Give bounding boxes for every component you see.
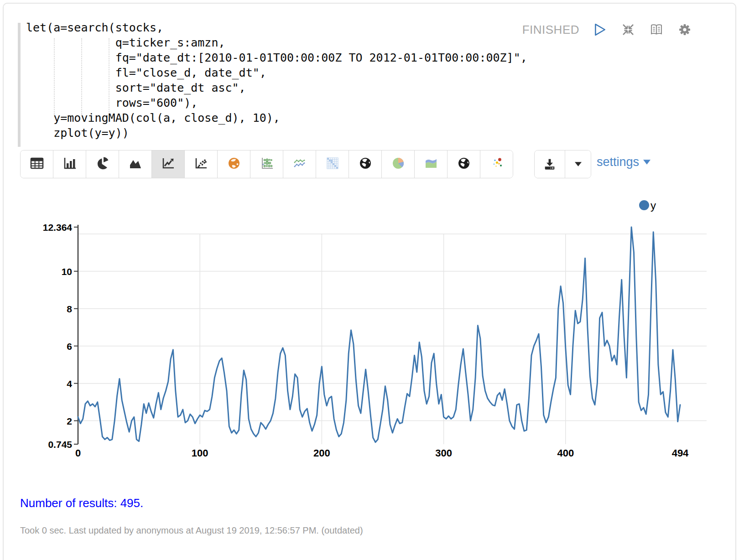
viz-type-globe-dark-2-button[interactable] bbox=[448, 150, 480, 178]
play-icon[interactable] bbox=[592, 22, 608, 37]
bar-chart-icon bbox=[62, 156, 78, 172]
download-button-group bbox=[534, 150, 591, 178]
series-line-y bbox=[78, 227, 680, 442]
legend-swatch bbox=[639, 200, 649, 210]
paragraph-container: let(a=search(stocks, q=ticker_s:amzn, fq… bbox=[3, 3, 736, 560]
code-line: y=movingMAD(col(a, close_d), 10), bbox=[26, 110, 527, 125]
code-editor[interactable]: let(a=search(stocks, q=ticker_s:amzn, fq… bbox=[4, 20, 560, 148]
scatter-color-icon bbox=[489, 156, 505, 172]
line-chart-icon bbox=[161, 156, 176, 172]
globe-dark-2-icon bbox=[456, 156, 472, 172]
settings-caret-icon bbox=[643, 160, 651, 165]
x-tick-label: 200 bbox=[313, 447, 330, 459]
book-icon[interactable] bbox=[649, 22, 664, 37]
results-summary: Number of results: 495. bbox=[20, 496, 143, 510]
code-line: fq="date_dt:[2010-01-01T00:00:00Z TO 201… bbox=[26, 50, 527, 65]
viz-type-bubble-matrix-button[interactable] bbox=[250, 150, 283, 178]
viz-type-pie-chart-button[interactable] bbox=[86, 150, 119, 178]
table-icon bbox=[29, 156, 45, 172]
line-chart-canvas: 12.3641086420.7450100200300400494y bbox=[4, 200, 739, 469]
x-tick-label: 400 bbox=[557, 447, 574, 459]
legend-label: y bbox=[651, 200, 656, 212]
viz-type-area-pastel-button[interactable] bbox=[415, 150, 448, 178]
viz-type-multi-line-button[interactable] bbox=[283, 150, 316, 178]
code-line: q=ticker_s:amzn, bbox=[26, 35, 527, 50]
code-line: let(a=search(stocks, bbox=[26, 20, 527, 35]
settings-toggle[interactable]: settings bbox=[597, 155, 651, 169]
viz-type-globe-dark-button[interactable] bbox=[349, 150, 382, 178]
paragraph-status-line: Took 0 sec. Last updated by anonymous at… bbox=[20, 525, 363, 536]
code-line: rows="600"), bbox=[26, 95, 527, 110]
y-tick-label: 12.364 bbox=[43, 222, 73, 233]
viz-type-heatmap-grid-button[interactable] bbox=[316, 150, 349, 178]
multi-line-icon bbox=[292, 156, 307, 172]
code-line: sort="date_dt asc", bbox=[26, 80, 527, 95]
x-tick-label: 100 bbox=[192, 447, 208, 459]
settings-label: settings bbox=[597, 155, 639, 169]
chart-type-button-group bbox=[20, 150, 513, 178]
area-pastel-icon bbox=[423, 156, 439, 172]
viz-type-globe-orange-button[interactable] bbox=[218, 150, 250, 178]
chart-area: 12.3641086420.7450100200300400494y bbox=[4, 200, 739, 469]
editor-gutter bbox=[18, 23, 21, 147]
code-line: fl="close_d, date_dt", bbox=[26, 65, 527, 80]
code-text: let(a=search(stocks, q=ticker_s:amzn, fq… bbox=[26, 20, 527, 140]
scatter-chart-icon bbox=[193, 156, 209, 172]
bubble-matrix-icon bbox=[259, 156, 275, 172]
status-badge: FINISHED bbox=[522, 23, 579, 37]
viz-toolbar: settings bbox=[20, 150, 513, 178]
x-tick-label: 300 bbox=[435, 447, 452, 459]
y-tick-label: 6 bbox=[67, 341, 72, 352]
y-tick-label: 8 bbox=[67, 304, 72, 314]
compress-icon[interactable] bbox=[620, 22, 636, 37]
viz-type-table-button[interactable] bbox=[21, 150, 53, 178]
pie-chart-icon bbox=[95, 156, 110, 172]
globe-dark-icon bbox=[358, 156, 373, 172]
download-icon[interactable] bbox=[535, 150, 565, 178]
viz-type-line-chart-button[interactable] bbox=[152, 150, 185, 178]
viz-type-scatter-chart-button[interactable] bbox=[185, 150, 218, 178]
x-tick-label: 0 bbox=[75, 447, 81, 459]
viz-type-pie-pastel-button[interactable] bbox=[382, 150, 415, 178]
viz-type-area-chart-button[interactable] bbox=[119, 150, 152, 178]
area-chart-icon bbox=[128, 156, 143, 172]
heatmap-grid-icon bbox=[325, 156, 340, 172]
y-tick-label: 4 bbox=[67, 379, 72, 389]
download-options-caret-icon[interactable] bbox=[565, 150, 591, 178]
gear-icon[interactable] bbox=[677, 22, 692, 37]
y-tick-label: 10 bbox=[62, 266, 72, 277]
legend-item-y[interactable]: y bbox=[639, 200, 656, 212]
code-line: zplot(y=y)) bbox=[26, 125, 527, 140]
viz-type-scatter-color-button[interactable] bbox=[480, 150, 513, 178]
globe-orange-icon bbox=[226, 156, 242, 172]
x-tick-label: 494 bbox=[672, 447, 689, 459]
pie-pastel-icon bbox=[390, 156, 406, 172]
paragraph-header: FINISHED bbox=[522, 22, 692, 37]
y-tick-label: 0.745 bbox=[48, 439, 72, 450]
viz-type-bar-chart-button[interactable] bbox=[53, 150, 86, 178]
y-tick-label: 2 bbox=[67, 416, 72, 426]
